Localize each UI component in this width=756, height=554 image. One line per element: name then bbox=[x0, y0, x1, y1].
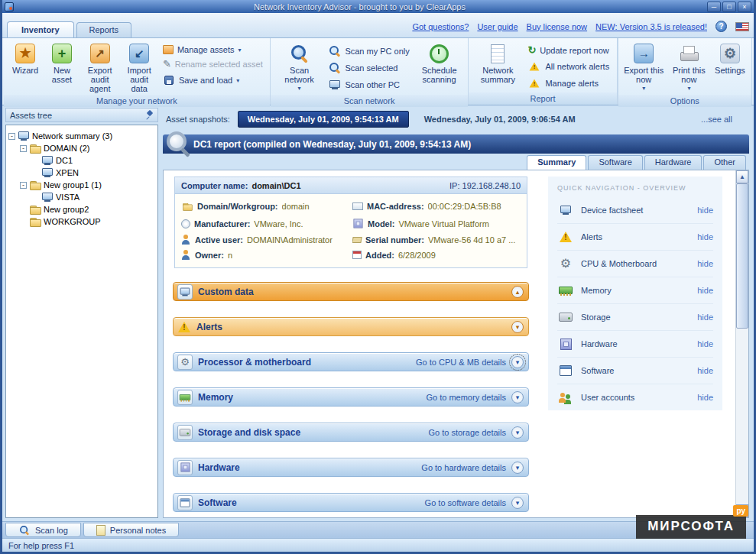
scrollbar-thumb[interactable] bbox=[736, 183, 748, 329]
network-summary-button[interactable]: Network summary bbox=[472, 40, 523, 86]
section-title: Custom data bbox=[198, 287, 254, 297]
schedule-scanning-button[interactable]: Schedule scanning bbox=[414, 40, 465, 86]
rename-selected-asset-button[interactable]: ✎ Rename selected asset bbox=[163, 59, 263, 70]
pin-icon[interactable] bbox=[144, 110, 154, 120]
tree-item-new-group2[interactable]: New group2 bbox=[8, 203, 155, 215]
section-software[interactable]: Software Go to software details ▾ bbox=[173, 493, 529, 512]
minimize-button[interactable]: ─ bbox=[707, 2, 721, 12]
tab-reports[interactable]: Reports bbox=[76, 22, 132, 37]
go-to-storage-details-link[interactable]: Go to storage details bbox=[428, 428, 506, 437]
tree-expander[interactable]: - bbox=[8, 133, 15, 140]
hide-link[interactable]: hide bbox=[697, 206, 713, 215]
field-label: Model: bbox=[368, 219, 394, 228]
hide-link[interactable]: hide bbox=[697, 339, 713, 348]
hide-link[interactable]: hide bbox=[697, 366, 713, 375]
tree-item-domain[interactable]: - DOMAIN (2) bbox=[8, 142, 155, 154]
section-memory[interactable]: Memory Go to memory details ▾ bbox=[173, 387, 529, 407]
hide-link[interactable]: hide bbox=[697, 259, 713, 268]
export-this-now-label: Export this now bbox=[624, 66, 664, 84]
disc-icon bbox=[181, 219, 190, 228]
network-summary-icon bbox=[18, 130, 30, 142]
scan-my-pc-button[interactable]: Scan my PC only bbox=[329, 45, 409, 57]
manage-alerts-button[interactable]: Manage alerts bbox=[527, 77, 609, 89]
go-to-hardware-details-link[interactable]: Go to hardware details bbox=[421, 463, 506, 472]
snapshot-selected[interactable]: Wednesday, July 01, 2009, 9:54:13 AM bbox=[238, 111, 409, 128]
export-this-now-button[interactable]: → Export this now ▾ bbox=[622, 40, 666, 95]
tree-item-label: DC1 bbox=[56, 156, 73, 165]
export-audit-agent-button[interactable]: ↗ Export audit agent bbox=[81, 40, 118, 95]
buy-license-link[interactable]: Buy license now bbox=[527, 22, 588, 31]
expand-button[interactable]: ▾ bbox=[511, 356, 524, 368]
tab-other[interactable]: Other bbox=[703, 155, 746, 170]
quick-nav-software[interactable]: Software hide bbox=[557, 357, 713, 384]
new-version-link[interactable]: NEW: Version 3.5 is released! bbox=[595, 22, 707, 31]
tab-software[interactable]: Software bbox=[588, 155, 642, 170]
alerts-icon bbox=[529, 62, 540, 72]
user-guide-link[interactable]: User guide bbox=[477, 22, 518, 31]
import-audit-data-button[interactable]: ↙ Import audit data bbox=[120, 40, 157, 95]
wizard-button[interactable]: ★ Wizard bbox=[8, 40, 43, 76]
help-icon[interactable]: ? bbox=[715, 21, 727, 32]
scan-selected-button[interactable]: Scan selected bbox=[329, 62, 409, 74]
quick-nav-user-accounts[interactable]: User accounts hide bbox=[557, 384, 713, 410]
manage-assets-menu[interactable]: Manage assets ▾ bbox=[163, 45, 263, 54]
settings-button[interactable]: ⚙ Settings bbox=[712, 40, 748, 76]
see-all-link[interactable]: ...see all bbox=[701, 115, 746, 124]
snapshot-item[interactable]: Wednesday, July 01, 2009, 9:06:54 AM bbox=[417, 112, 583, 127]
ribbon-group-scan-network: Scan network ▾ Scan my PC only Scan sele… bbox=[271, 38, 469, 105]
print-this-now-button[interactable]: Print this now ▾ bbox=[667, 40, 711, 95]
assets-tree: - Network summary (3) - DOMAIN (2) DC1 bbox=[5, 125, 158, 518]
expand-button[interactable]: ▾ bbox=[511, 497, 524, 509]
close-button[interactable]: × bbox=[738, 2, 751, 12]
all-network-alerts-button[interactable]: All network alerts bbox=[527, 60, 609, 73]
maximize-button[interactable]: □ bbox=[722, 2, 736, 12]
tree-item-network-summary[interactable]: - Network summary (3) bbox=[8, 130, 155, 142]
go-to-memory-details-link[interactable]: Go to memory details bbox=[426, 393, 506, 402]
expand-button[interactable]: ▾ bbox=[511, 462, 524, 474]
section-storage[interactable]: Storage and disk space Go to storage det… bbox=[173, 423, 529, 442]
quick-nav-cpu[interactable]: ⚙ CPU & Motherboard hide bbox=[557, 250, 713, 277]
tab-summary[interactable]: Summary bbox=[527, 155, 586, 170]
go-to-software-details-link[interactable]: Go to software details bbox=[425, 498, 506, 507]
expand-button[interactable]: ▾ bbox=[511, 391, 524, 403]
quick-nav-memory[interactable]: Memory hide bbox=[557, 277, 713, 303]
quick-nav-hardware[interactable]: Hardware hide bbox=[557, 330, 713, 357]
tree-expander[interactable]: - bbox=[20, 182, 27, 189]
expand-button[interactable]: ▾ bbox=[511, 321, 524, 333]
hide-link[interactable]: hide bbox=[697, 393, 713, 402]
tree-item-workgroup[interactable]: WORKGROUP bbox=[8, 215, 155, 228]
save-and-load-menu[interactable]: Save and load ▾ bbox=[163, 74, 263, 86]
expand-button[interactable]: ▾ bbox=[511, 426, 524, 439]
quick-nav-storage[interactable]: Storage hide bbox=[557, 303, 713, 330]
tab-personal-notes[interactable]: Personal notes bbox=[83, 523, 179, 537]
collapse-button[interactable]: ▴ bbox=[511, 286, 524, 298]
scroll-up-button[interactable]: ▲ bbox=[736, 170, 748, 183]
field-value: VMware, Inc. bbox=[254, 219, 303, 228]
tab-inventory[interactable]: Inventory bbox=[7, 21, 74, 37]
scan-other-pc-button[interactable]: Scan other PC bbox=[329, 79, 409, 91]
tree-expander[interactable]: - bbox=[20, 145, 27, 152]
scan-network-button[interactable]: Scan network ▾ bbox=[274, 40, 325, 95]
tree-item-dc1[interactable]: DC1 bbox=[8, 154, 155, 167]
section-processor-motherboard[interactable]: ⚙ Processor & motherboard Go to CPU & MB… bbox=[173, 352, 529, 371]
tree-item-vista[interactable]: VISTA bbox=[8, 191, 155, 203]
tree-item-new-group1[interactable]: - New group1 (1) bbox=[8, 179, 155, 191]
field-added: Added: 6/28/2009 bbox=[352, 250, 521, 260]
got-questions-link[interactable]: Got questions? bbox=[412, 22, 469, 31]
quick-nav-alerts[interactable]: Alerts hide bbox=[557, 223, 713, 250]
section-alerts[interactable]: Alerts ▾ bbox=[173, 317, 529, 336]
tree-item-xpen[interactable]: XPEN bbox=[8, 167, 155, 179]
tab-scan-log[interactable]: Scan log bbox=[5, 523, 81, 537]
vertical-scrollbar[interactable]: ▲ ▼ bbox=[735, 170, 748, 517]
language-flag-icon[interactable] bbox=[735, 22, 749, 31]
tab-hardware[interactable]: Hardware bbox=[644, 155, 702, 170]
quick-nav-device-factsheet[interactable]: Device factsheet hide bbox=[557, 196, 713, 223]
hide-link[interactable]: hide bbox=[697, 286, 713, 295]
hide-link[interactable]: hide bbox=[697, 313, 713, 322]
section-custom-data[interactable]: Custom data ▴ bbox=[173, 282, 529, 301]
hide-link[interactable]: hide bbox=[697, 232, 713, 241]
go-to-cpu-details-link[interactable]: Go to CPU & MB details bbox=[416, 358, 506, 367]
new-asset-button[interactable]: + New asset bbox=[44, 40, 79, 86]
section-hardware[interactable]: Hardware Go to hardware details ▾ bbox=[173, 458, 529, 477]
update-report-button[interactable]: ↻ Update report now bbox=[527, 45, 609, 56]
